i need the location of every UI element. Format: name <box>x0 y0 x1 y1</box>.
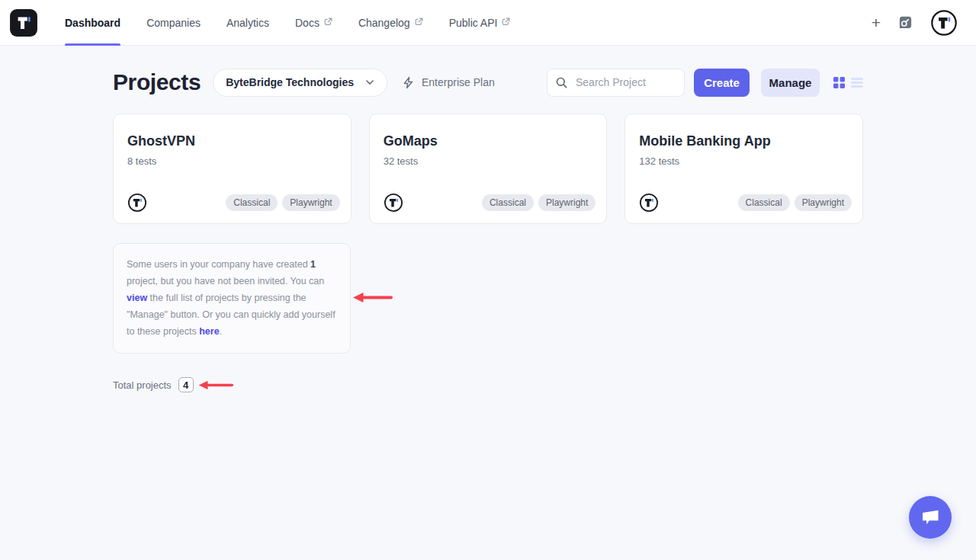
chat-bubble-icon <box>920 507 941 528</box>
project-tests-count: 32 tests <box>384 155 593 167</box>
chevron-down-icon <box>365 78 374 87</box>
project-card-mobile-banking-app[interactable]: Mobile Banking App 132 tests Classical P… <box>624 114 863 224</box>
badge-playwright: Playwright <box>538 194 596 211</box>
external-link-icon <box>502 18 510 26</box>
project-badges: Classical Playwright <box>226 194 339 211</box>
project-tests-count: 132 tests <box>639 155 849 167</box>
external-link-icon <box>324 18 332 26</box>
view-mode-toggle <box>833 77 863 88</box>
nav-label: Public API <box>449 17 498 29</box>
nav-label: Dashboard <box>65 17 120 29</box>
projects-grid: GhostVPN 8 tests Classical Playwright Go… <box>113 114 863 224</box>
grid-view-icon[interactable] <box>833 77 845 88</box>
notice-text: the full list of projects by pressing th… <box>127 293 336 337</box>
main-nav: Dashboard Companies Analytics Docs Chang… <box>52 0 523 46</box>
nav-item-docs[interactable]: Docs <box>282 0 345 46</box>
create-project-button[interactable]: Create <box>694 69 750 97</box>
project-badges: Classical Playwright <box>482 194 596 211</box>
lightning-bolt-icon <box>402 76 415 89</box>
project-logo-icon <box>384 193 403 213</box>
notice-text: Some users in your company have created <box>127 259 310 270</box>
add-icon[interactable]: + <box>872 14 881 30</box>
list-view-icon[interactable] <box>851 78 863 88</box>
nav-label: Changelog <box>358 17 410 29</box>
project-name: GhostVPN <box>127 133 337 149</box>
nav-item-analytics[interactable]: Analytics <box>214 0 282 46</box>
total-projects-label: Total projects <box>113 379 172 391</box>
nav-item-dashboard[interactable]: Dashboard <box>52 0 133 46</box>
invitation-notice-text: Some users in your company have created … <box>127 256 337 340</box>
project-search <box>547 69 685 97</box>
badge-playwright: Playwright <box>282 194 339 211</box>
nav-label: Docs <box>295 17 319 29</box>
project-logo-icon <box>639 193 659 213</box>
project-name: GoMaps <box>384 133 593 149</box>
project-tests-count: 8 tests <box>127 155 337 167</box>
invitation-notice-row: Some users in your company have created … <box>113 243 351 354</box>
nav-item-changelog[interactable]: Changelog <box>345 0 436 46</box>
annotation-arrow-total <box>197 379 234 391</box>
badge-classical: Classical <box>226 194 278 211</box>
doc-search-icon[interactable] <box>898 15 913 30</box>
company-selector-dropdown[interactable]: ByteBridge Technologies <box>213 69 387 97</box>
page-title: Projects <box>113 69 201 95</box>
user-avatar[interactable] <box>930 9 958 37</box>
page-header: Projects ByteBridge Technologies Enterpr… <box>113 68 863 97</box>
annotation-arrow-notice <box>352 292 393 303</box>
view-projects-link[interactable]: view <box>127 293 147 303</box>
badge-playwright: Playwright <box>795 194 852 211</box>
plan-indicator: Enterprise Plan <box>402 76 495 89</box>
search-input[interactable] <box>574 75 676 89</box>
nav-right-actions: + <box>872 9 958 37</box>
project-card-gomaps[interactable]: GoMaps 32 tests Classical Playwright <box>369 114 608 224</box>
manage-projects-button[interactable]: Manage <box>761 69 820 97</box>
total-projects-row: Total projects 4 <box>113 377 863 392</box>
project-name: Mobile Banking App <box>639 133 849 149</box>
nav-item-public-api[interactable]: Public API <box>436 0 524 46</box>
invitation-notice-card: Some users in your company have created … <box>113 243 351 354</box>
total-projects-count-badge: 4 <box>178 377 194 392</box>
project-card-ghostvpn[interactable]: GhostVPN 8 tests Classical Playwright <box>113 114 352 224</box>
add-yourself-link[interactable]: here <box>199 326 219 337</box>
chat-widget-button[interactable] <box>909 496 952 539</box>
top-navigation-bar: Dashboard Companies Analytics Docs Chang… <box>0 0 976 46</box>
badge-classical: Classical <box>482 194 534 211</box>
project-badges: Classical Playwright <box>738 194 852 211</box>
notice-text: project, but you have not been invited. … <box>127 276 324 286</box>
nav-label: Companies <box>146 17 201 29</box>
search-icon <box>556 77 567 88</box>
external-link-icon <box>415 18 423 26</box>
plan-name: Enterprise Plan <box>422 76 495 88</box>
nav-label: Analytics <box>226 17 269 29</box>
notice-project-count: 1 <box>310 259 316 270</box>
project-logo-icon <box>127 193 147 213</box>
nav-item-companies[interactable]: Companies <box>133 0 214 46</box>
projects-page: Projects ByteBridge Technologies Enterpr… <box>0 46 976 392</box>
notice-text: . <box>220 326 222 337</box>
company-selector-value: ByteBridge Technologies <box>226 76 354 88</box>
app-logo[interactable] <box>9 8 38 37</box>
badge-classical: Classical <box>738 194 790 211</box>
